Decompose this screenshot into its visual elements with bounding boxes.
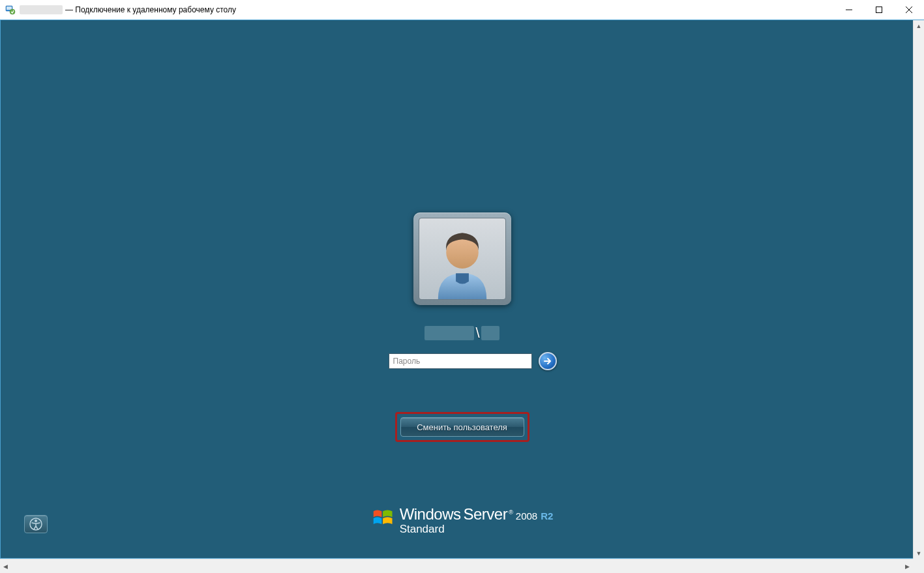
vertical-scrollbar[interactable]: ▲ ▼ (913, 20, 924, 559)
brand-windows: Windows (400, 507, 461, 522)
brand-edition: Standard (400, 523, 554, 535)
login-screen: \ Сменить пользователя (1, 20, 923, 558)
ease-of-access-icon (29, 518, 42, 531)
scroll-up-arrow[interactable]: ▲ (914, 20, 924, 31)
switch-user-button[interactable]: Сменить пользователя (400, 417, 524, 437)
brand-registered: ® (509, 510, 513, 516)
rdp-icon (5, 5, 16, 15)
login-panel: \ Сменить пользователя (378, 213, 546, 442)
svg-rect-4 (876, 7, 882, 13)
horizontal-scrollbar[interactable]: ◀ ▶ (0, 559, 913, 573)
scroll-down-arrow[interactable]: ▼ (914, 548, 924, 559)
ease-of-access-button[interactable] (24, 515, 48, 533)
scrollbar-corner (913, 559, 924, 573)
minimize-button[interactable] (834, 0, 864, 20)
windows-branding: Windows Server ® 2008 R2 Standard (371, 507, 554, 535)
username-display: \ (425, 325, 499, 342)
brand-text: Windows Server ® 2008 R2 Standard (400, 507, 554, 535)
scroll-right-arrow[interactable]: ▶ (902, 559, 913, 573)
scroll-left-arrow[interactable]: ◀ (0, 559, 11, 573)
close-button[interactable] (894, 0, 924, 20)
brand-r2: R2 (541, 511, 553, 521)
password-input[interactable] (389, 353, 532, 369)
redacted-domain (425, 326, 474, 340)
maximize-button[interactable] (864, 0, 894, 20)
window-titlebar: — Подключение к удаленному рабочему стол… (0, 0, 924, 20)
svg-point-9 (35, 520, 37, 522)
switch-user-highlight: Сменить пользователя (395, 412, 529, 442)
redacted-username (481, 326, 499, 340)
user-avatar-frame (413, 213, 511, 305)
window-controls (834, 0, 924, 20)
brand-server: Server (463, 507, 507, 522)
password-row (389, 352, 557, 370)
submit-arrow-button[interactable] (539, 352, 557, 370)
remote-desktop-viewport: \ Сменить пользователя (0, 20, 924, 559)
username-separator: \ (475, 325, 479, 342)
windows-flag-icon (371, 507, 395, 530)
window-title: — Подключение к удаленному рабочему стол… (65, 5, 236, 14)
redacted-hostname (20, 5, 63, 14)
arrow-right-icon (543, 357, 552, 366)
svg-rect-1 (7, 7, 12, 10)
user-avatar-icon (419, 218, 506, 300)
brand-year: 2008 (516, 511, 537, 521)
